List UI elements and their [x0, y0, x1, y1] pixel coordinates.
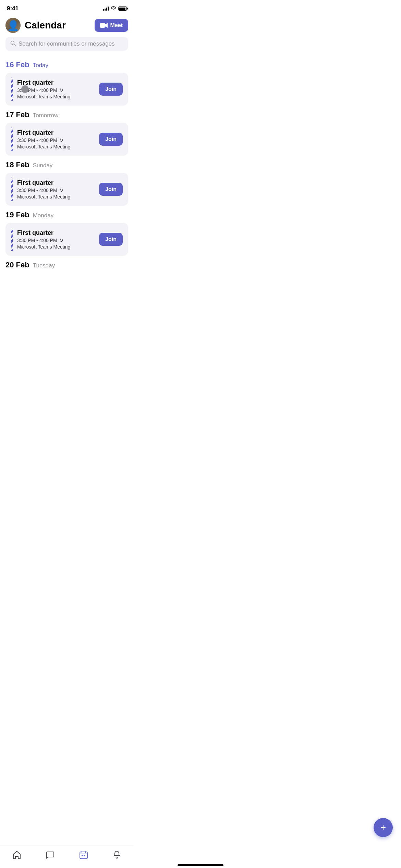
signal-icon — [103, 7, 109, 11]
battery-icon — [118, 7, 127, 11]
date-label-feb19: Monday — [33, 212, 53, 219]
search-container: Search for communities or messages — [0, 37, 134, 56]
status-icons — [103, 6, 127, 11]
header-left: Calendar — [5, 18, 66, 33]
page-title: Calendar — [25, 20, 66, 31]
date-label-feb20: Tuesday — [33, 262, 55, 269]
header: Calendar Meet — [0, 15, 134, 37]
search-placeholder: Search for communities or messages — [19, 40, 115, 47]
repeat-icon-e2: ↻ — [59, 137, 63, 143]
status-bar: 9:41 — [0, 0, 134, 15]
join-button-e2[interactable]: Join — [99, 133, 123, 146]
event-info-e1: First quarter 3:30 PM - 4:00 PM ↻ Micros… — [17, 79, 95, 99]
date-day-feb19: 19 Feb — [5, 210, 29, 219]
date-header-feb19: 19 Feb Monday — [5, 210, 128, 219]
event-time-e3: 3:30 PM - 4:00 PM — [17, 188, 57, 193]
event-time-e2: 3:30 PM - 4:00 PM — [17, 137, 57, 143]
date-label-feb17: Tomorrow — [33, 112, 59, 119]
event-location-e4: Microsoft Teams Meeting — [17, 244, 95, 250]
event-card-wrapper-e1: First quarter 3:30 PM - 4:00 PM ↻ Micros… — [5, 73, 128, 106]
repeat-icon-e3: ↻ — [59, 188, 63, 193]
event-info-e4: First quarter 3:30 PM - 4:00 PM ↻ Micros… — [17, 229, 95, 250]
event-time-row-e3: 3:30 PM - 4:00 PM ↻ — [17, 188, 95, 193]
event-time-row-e1: 3:30 PM - 4:00 PM ↻ — [17, 87, 95, 93]
search-icon — [10, 40, 16, 47]
date-day-feb20: 20 Feb — [5, 261, 29, 269]
event-title-e3: First quarter — [17, 179, 95, 186]
event-info-e3: First quarter 3:30 PM - 4:00 PM ↻ Micros… — [17, 179, 95, 200]
event-stripe-e1 — [11, 77, 13, 101]
event-time-e4: 3:30 PM - 4:00 PM — [17, 238, 57, 243]
event-card-e3: First quarter 3:30 PM - 4:00 PM ↻ Micros… — [5, 173, 128, 206]
date-label-feb16: Today — [33, 62, 48, 69]
event-info-e2: First quarter 3:30 PM - 4:00 PM ↻ Micros… — [17, 129, 95, 149]
date-day-feb18: 18 Feb — [5, 160, 29, 169]
event-stripe-e3 — [11, 178, 13, 201]
event-location-e3: Microsoft Teams Meeting — [17, 194, 95, 200]
event-card-e4: First quarter 3:30 PM - 4:00 PM ↻ Micros… — [5, 223, 128, 256]
join-button-e4[interactable]: Join — [99, 233, 123, 246]
svg-line-2 — [14, 44, 16, 46]
date-day-feb17: 17 Feb — [5, 110, 29, 119]
event-location-e2: Microsoft Teams Meeting — [17, 144, 95, 149]
status-time: 9:41 — [7, 5, 19, 12]
meet-button[interactable]: Meet — [95, 19, 128, 32]
event-location-e1: Microsoft Teams Meeting — [17, 94, 95, 99]
event-title-e1: First quarter — [17, 79, 95, 86]
event-time-row-e2: 3:30 PM - 4:00 PM ↻ — [17, 137, 95, 143]
date-day-feb16: 16 Feb — [5, 60, 29, 69]
join-button-e3[interactable]: Join — [99, 183, 123, 196]
repeat-icon-e4: ↻ — [59, 238, 63, 243]
date-header-feb20: 20 Feb Tuesday — [5, 261, 128, 269]
camera-icon — [100, 23, 108, 28]
date-header-feb16: 16 Feb Today — [5, 60, 128, 69]
event-title-e4: First quarter — [17, 229, 95, 237]
repeat-icon-e1: ↻ — [59, 87, 63, 93]
event-title-e2: First quarter — [17, 129, 95, 136]
event-card-e2: First quarter 3:30 PM - 4:00 PM ↻ Micros… — [5, 123, 128, 156]
progress-dot-e1 — [21, 85, 29, 93]
search-bar[interactable]: Search for communities or messages — [5, 37, 128, 51]
main-content: 16 Feb Today First quarter 3:30 PM - 4:0… — [0, 60, 134, 307]
svg-rect-0 — [100, 23, 105, 28]
date-label-feb18: Sunday — [33, 162, 53, 169]
meet-label: Meet — [110, 22, 123, 28]
join-button-e1[interactable]: Join — [99, 83, 123, 96]
date-header-feb18: 18 Feb Sunday — [5, 160, 128, 169]
date-header-feb17: 17 Feb Tomorrow — [5, 110, 128, 119]
event-time-row-e4: 3:30 PM - 4:00 PM ↻ — [17, 238, 95, 243]
event-stripe-e2 — [11, 128, 13, 151]
event-stripe-e4 — [11, 228, 13, 251]
wifi-icon — [111, 6, 116, 11]
avatar[interactable] — [5, 18, 21, 33]
